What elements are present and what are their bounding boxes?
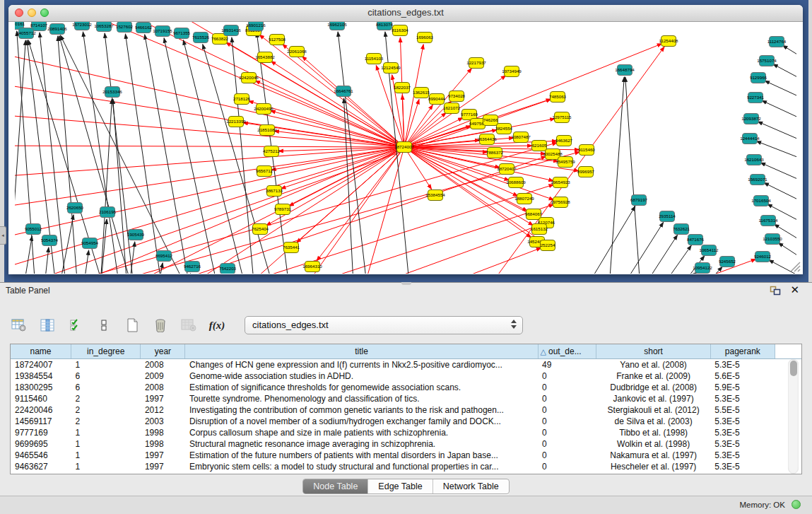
graph-node[interactable]: 7886372 [486,148,504,158]
graph-node[interactable]: 2935114 [659,211,676,222]
new-column-icon[interactable] [123,316,141,334]
table-cell[interactable]: 18724007 [11,359,71,371]
graph-node[interactable]: 9054954 [81,238,99,249]
graph-node[interactable]: 18724007 [394,142,414,153]
table-cell[interactable]: 0 [538,461,596,472]
graph-edge[interactable] [580,206,635,274]
table-cell[interactable]: Yano et al. (2008) [596,359,710,371]
table-cell[interactable]: 0 [538,382,596,393]
graph-edge[interactable] [57,22,404,147]
graph-node[interactable]: 2106196 [99,207,117,218]
table-scrollbar[interactable] [788,359,799,474]
column-header-short[interactable]: short [596,344,710,359]
table-row[interactable]: 977716911998Corpus callosum shape and si… [11,427,801,438]
table-cell[interactable]: Tourette syndrome. Phenomenology and cla… [185,393,538,404]
table-cell[interactable]: 22420046 [11,404,71,416]
graph-node[interactable]: 9734028 [448,91,466,102]
graph-node[interactable]: 1362615 [413,88,430,98]
table-cell[interactable]: 1 [71,359,141,371]
graph-node[interactable]: 7635441 [283,243,300,253]
graph-node[interactable]: 15723012 [72,22,92,30]
graph-edge[interactable] [298,147,404,274]
table-cell[interactable]: 5.3E-5 [710,359,775,371]
graph-node[interactable]: 8471676 [687,235,705,245]
close-panel-icon[interactable]: ✕ [790,284,799,296]
graph-edge[interactable] [60,35,192,274]
resize-grip[interactable] [788,259,801,272]
graph-node[interactable]: 4275212 [263,146,281,157]
table-cell[interactable]: Estimation of the future numbers of pati… [185,450,538,461]
graph-node[interactable]: 18931416 [221,25,241,36]
graph-node[interactable]: 12124549 [381,63,401,74]
graph-node[interactable]: 10653287 [94,22,114,32]
table-cell[interactable]: Dudbridge et al. (2008) [596,382,710,393]
graph-node[interactable]: 12444414 [740,134,760,144]
graph-node[interactable]: 22420046 [239,73,259,83]
network-canvas[interactable]: 1872400718220371362615899044497340281621… [9,22,802,274]
tab-edge-table[interactable]: Edge Table [368,479,433,493]
table-cell[interactable]: Embryonic stem cells: a model to study s… [185,461,538,472]
graph-node[interactable]: 9671355 [173,28,191,39]
table-cell[interactable]: 1997 [141,450,185,461]
graph-edge[interactable] [100,219,107,274]
table-cell[interactable]: 0 [538,416,596,427]
graph-edge[interactable] [404,147,432,189]
graph-node[interactable]: 10688609 [506,177,526,188]
graph-node[interactable]: 20153346 [102,87,122,98]
table-cell[interactable]: 1997 [141,461,185,472]
graph-node[interactable]: 8813074 [376,22,394,30]
column-header-year[interactable]: year [141,344,185,359]
graph-node[interactable]: 5054374 [41,235,59,246]
graph-node[interactable]: 16210643 [744,155,764,165]
table-cell[interactable]: 0 [538,427,596,438]
graph-node[interactable]: 16543882 [255,52,275,63]
table-cell[interactable]: 2 [71,393,141,404]
graph-edge[interactable] [43,247,49,274]
graph-edge[interactable] [128,156,546,274]
table-row[interactable]: 1456911722003Disruption of a novel membe… [11,416,801,427]
table-cell[interactable]: 5.6E-5 [710,370,775,382]
graph-node[interactable]: 19654923 [551,177,570,188]
tab-network-table[interactable]: Network Table [433,479,509,493]
table-cell[interactable]: 2008 [141,359,185,371]
graph-node[interactable]: 22061068 [287,47,307,57]
graph-node[interactable]: 6879197 [630,195,648,206]
graph-node[interactable]: 9245652 [719,257,736,267]
column-header-pagerank[interactable]: pagerank [710,344,775,359]
graph-node[interactable]: 9463627 [555,136,573,146]
table-cell[interactable]: 1998 [141,427,185,438]
graph-node[interactable]: 1905439 [127,230,145,240]
graph-node[interactable]: 7485063 [549,92,567,103]
table-cell[interactable]: 0 [538,370,596,382]
table-cell[interactable]: 18300295 [11,382,71,393]
graph-edge[interactable] [665,272,697,274]
table-cell[interactable]: 1998 [141,438,185,450]
table-cell[interactable]: 2008 [141,382,185,393]
graph-node[interactable]: 10807487 [511,132,531,143]
graph-node[interactable]: 19756928 [551,197,570,208]
table-cell[interactable]: Disruption of a novel member of a sodium… [185,416,538,427]
graph-node[interactable]: 252254 [541,240,555,251]
graph-node[interactable]: 746266 [483,115,498,126]
table-cell[interactable]: 14569117 [11,416,71,427]
table-cell[interactable]: 2 [71,416,141,427]
graph-node[interactable]: 8996957 [577,167,595,177]
table-row[interactable]: 946362711997Embryonic stem cells: a mode… [11,461,801,472]
graph-node[interactable]: 9055012 [25,224,42,235]
table-row[interactable]: 1872400712008Changes of HCN gene express… [11,359,801,371]
column-header-out_de[interactable]: △out_de... [538,344,596,359]
table-cell[interactable]: 6 [71,382,141,393]
graph-edge[interactable] [760,163,796,186]
graph-edge[interactable] [271,61,404,147]
table-cell[interactable]: 5.5E-5 [710,404,775,416]
graph-node[interactable]: 12093872 [741,114,761,124]
delete-column-icon[interactable] [151,316,170,334]
graph-node[interactable]: 16962105 [327,22,347,30]
graph-node[interactable]: 26364436 [477,134,497,145]
row-height-icon[interactable] [95,316,113,334]
graph-node[interactable]: 9246012 [754,252,772,262]
graph-node[interactable]: 20891406 [47,24,67,35]
table-cell[interactable]: Investigating the contribution of common… [185,404,538,416]
graph-node[interactable]: 12103550 [763,234,782,245]
table-row[interactable]: 1830029562008Estimation of significance … [11,382,801,393]
